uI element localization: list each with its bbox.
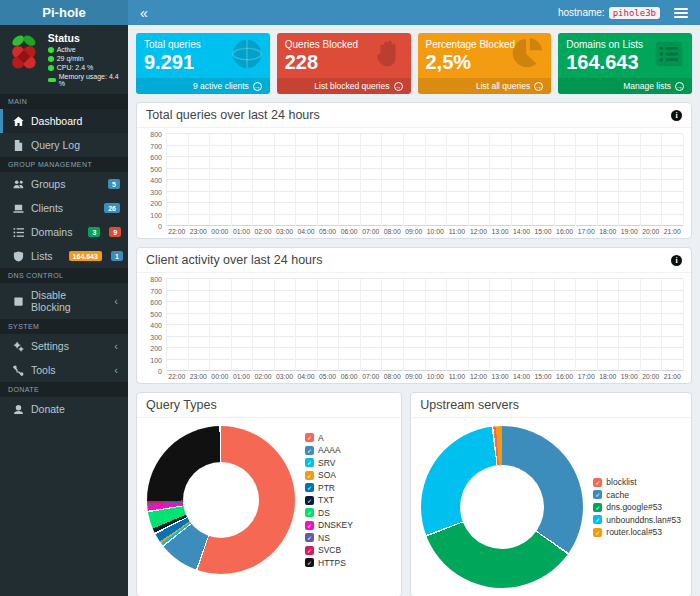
x-tick-label: 16:00	[554, 228, 576, 235]
x-tick-label: 02:00	[252, 228, 274, 235]
stop-icon	[13, 296, 24, 307]
chart-legend: ✓blocklist✓cache✓dns.google#53✓unbounddn…	[593, 475, 681, 540]
y-tick-label: 500	[150, 165, 162, 172]
x-tick-label: 22:00	[166, 373, 188, 380]
x-tick-label: 07:00	[360, 228, 382, 235]
x-tick-label: 05:00	[317, 228, 339, 235]
queries-blocked-card: Queries Blocked 228 List blocked queries…	[277, 33, 411, 94]
top-navbar: Pi-hole « hostname: pihole3b	[0, 0, 700, 25]
client-activity-chart: 010020030040050060070080022:0023:0000:00…	[137, 273, 691, 383]
legend-item[interactable]: ✓cache	[593, 490, 681, 500]
legend-label: cache	[606, 490, 629, 500]
hand-icon	[371, 37, 405, 75]
sidebar-collapse-button[interactable]: «	[128, 5, 160, 21]
x-tick-label: 13:00	[489, 228, 511, 235]
percentage-blocked-card: Percentage Blocked 2,5% List all queries…	[418, 33, 552, 94]
manage-lists-link[interactable]: Manage lists →	[558, 78, 692, 94]
legend-item[interactable]: ✓SOA	[305, 470, 353, 480]
list-blocked-queries-link[interactable]: List blocked queries →	[277, 78, 411, 94]
status-active: Active	[57, 46, 76, 53]
shield-icon	[13, 251, 24, 262]
y-tick-label: 400	[150, 322, 162, 329]
info-icon[interactable]: i	[671, 255, 682, 266]
y-tick-label: 600	[150, 299, 162, 306]
legend-checkbox-icon: ✓	[593, 515, 602, 524]
stat-cards: Total queries 9.291 9 active clients → Q…	[136, 33, 692, 94]
x-tick-label: 10:00	[425, 373, 447, 380]
x-tick-label: 01:00	[231, 228, 253, 235]
y-tick-label: 300	[150, 333, 162, 340]
legend-item[interactable]: ✓unbounddns.lan#53	[593, 515, 681, 525]
domains-on-lists-card: Domains on Lists 164.643 Manage lists →	[558, 33, 692, 94]
lists-count-badge: 1	[111, 251, 123, 261]
legend-item[interactable]: ✓NS	[305, 533, 353, 543]
x-tick-label: 19:00	[618, 373, 640, 380]
total-queries-panel: Total queries over last 24 hours i 01002…	[136, 102, 692, 239]
sidebar-item-groups[interactable]: Groups 5	[0, 172, 128, 196]
legend-item[interactable]: ✓PTR	[305, 483, 353, 493]
card-footer-label: List all queries	[476, 81, 530, 91]
list-all-queries-link[interactable]: List all queries →	[418, 78, 552, 94]
sidebar-item-lists[interactable]: Lists 164.643 1	[0, 244, 128, 268]
x-tick-label: 15:00	[532, 373, 554, 380]
x-tick-label: 14:00	[511, 373, 533, 380]
arrow-circle-icon: →	[253, 82, 262, 91]
legend-checkbox-icon: ✓	[305, 546, 314, 555]
section-header-donate: DONATE	[0, 382, 128, 397]
sidebar-item-settings[interactable]: Settings ‹	[0, 334, 128, 358]
sidebar-item-disable-blocking[interactable]: Disable Blocking ‹	[0, 283, 128, 319]
sidebar-item-label: Settings	[31, 340, 69, 352]
home-icon	[13, 116, 24, 127]
legend-item[interactable]: ✓SVCB	[305, 545, 353, 555]
legend-item[interactable]: ✓dns.google#53	[593, 502, 681, 512]
legend-item[interactable]: ✓HTTPS	[305, 558, 353, 568]
sidebar-item-tools[interactable]: Tools ‹	[0, 358, 128, 382]
legend-item[interactable]: ✓router.local#53	[593, 527, 681, 537]
x-tick-label: 05:00	[317, 373, 339, 380]
legend-label: PTR	[318, 483, 335, 493]
status-panel: Status Active 29 q/min CPU: 2.4 % Memory…	[0, 25, 128, 94]
sidebar-item-clients[interactable]: Clients 26	[0, 196, 128, 220]
sidebar-item-domains[interactable]: Domains 3 9	[0, 220, 128, 244]
legend-item[interactable]: ✓DNSKEY	[305, 520, 353, 530]
legend-item[interactable]: ✓SRV	[305, 458, 353, 468]
x-tick-label: 14:00	[511, 228, 533, 235]
y-tick-label: 100	[150, 211, 162, 218]
legend-checkbox-icon: ✓	[305, 533, 314, 542]
legend-item[interactable]: ✓TXT	[305, 495, 353, 505]
y-tick-label: 800	[150, 276, 162, 283]
query-types-chart: ✓A✓AAAA✓SRV✓SOA✓PTR✓TXT✓DS✓DNSKEY✓NS✓SVC…	[137, 418, 401, 582]
legend-checkbox-icon: ✓	[305, 558, 314, 567]
x-tick-label: 06:00	[338, 228, 360, 235]
info-icon[interactable]: i	[671, 110, 682, 121]
sidebar-item-query-log[interactable]: Query Log	[0, 133, 128, 157]
donate-icon	[13, 404, 24, 415]
hamburger-menu-icon[interactable]	[674, 8, 688, 18]
legend-item[interactable]: ✓blocklist	[593, 477, 681, 487]
arrow-circle-icon: →	[394, 82, 403, 91]
clients-count-badge: 26	[104, 203, 120, 213]
sidebar-item-label: Dashboard	[31, 115, 82, 127]
legend-checkbox-icon: ✓	[593, 528, 602, 537]
active-clients-link[interactable]: 9 active clients →	[136, 78, 270, 94]
x-tick-label: 03:00	[274, 228, 296, 235]
app-logo[interactable]: Pi-hole	[0, 0, 128, 25]
sidebar-item-donate[interactable]: Donate	[0, 397, 128, 421]
x-tick-label: 23:00	[188, 228, 210, 235]
x-tick-label: 03:00	[274, 373, 296, 380]
section-header-dns-control: DNS CONTROL	[0, 268, 128, 283]
main-content: Total queries 9.291 9 active clients → Q…	[128, 25, 700, 596]
legend-item[interactable]: ✓DS	[305, 508, 353, 518]
legend-checkbox-icon: ✓	[305, 496, 314, 505]
y-tick-label: 200	[150, 345, 162, 352]
x-tick-label: 21:00	[662, 228, 684, 235]
x-tick-label: 10:00	[425, 228, 447, 235]
sidebar-item-dashboard[interactable]: Dashboard	[0, 109, 128, 133]
groups-count-badge: 5	[108, 179, 120, 189]
legend-checkbox-icon: ✓	[593, 490, 602, 499]
gridline	[683, 279, 684, 371]
upstream-servers-panel: Upstream servers ✓blocklist✓cache✓dns.go…	[410, 392, 692, 596]
legend-item[interactable]: ✓A	[305, 433, 353, 443]
legend-label: blocklist	[606, 477, 636, 487]
legend-item[interactable]: ✓AAAA	[305, 445, 353, 455]
